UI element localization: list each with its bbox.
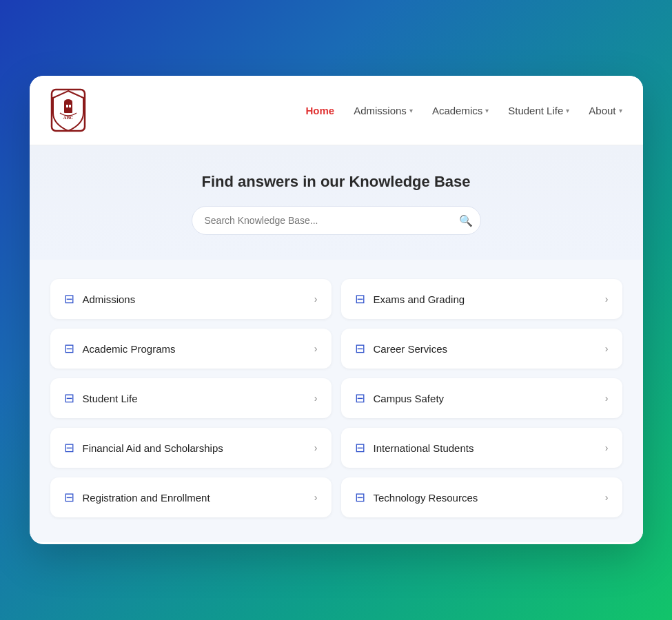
chevron-right-icon: › [605,393,609,404]
chevron-down-icon: ▾ [485,107,489,114]
navbar: ABC Home Admissions ▾ Academics ▾ [30,76,643,145]
category-campus-safety[interactable]: ⊟ Campus Safety › [341,378,622,418]
svg-rect-2 [66,105,68,107]
category-technology-resources[interactable]: ⊟ Technology Resources › [341,477,622,517]
search-button[interactable]: 🔍 [459,214,473,227]
category-financial-aid[interactable]: ⊟ Financial Aid and Scholarships › [50,428,332,468]
category-label: Student Life [83,393,138,404]
chevron-right-icon: › [314,442,318,453]
logo[interactable]: ABC [50,88,86,132]
category-exams-grading[interactable]: ⊟ Exams and Grading › [341,279,622,319]
nav-links: Home Admissions ▾ Academics ▾ Student Li… [305,105,622,116]
chevron-down-icon: ▾ [619,107,622,114]
folder-icon: ⊟ [355,440,365,455]
folder-icon: ⊟ [355,391,365,406]
main-card: ABC Home Admissions ▾ Academics ▾ [30,76,643,544]
hero-section: Find answers in our Knowledge Base 🔍 [30,145,643,260]
chevron-right-icon: › [314,393,318,404]
category-international-students[interactable]: ⊟ International Students › [341,428,622,468]
nav-link-academics[interactable]: Academics ▾ [432,105,489,116]
nav-link-home[interactable]: Home [305,105,334,116]
chevron-right-icon: › [314,343,318,354]
svg-point-4 [64,99,72,105]
chevron-right-icon: › [314,293,318,304]
category-label: Registration and Enrollment [83,492,210,504]
chevron-down-icon: ▾ [409,107,413,114]
categories-grid: ⊟ Admissions › ⊟ Exams and Grading › ⊟ A… [50,279,622,517]
category-academic-programs[interactable]: ⊟ Academic Programs › [50,329,332,369]
chevron-right-icon: › [605,343,609,354]
folder-icon: ⊟ [64,440,74,455]
chevron-right-icon: › [605,492,609,503]
chevron-right-icon: › [314,492,318,503]
category-label: Financial Aid and Scholarships [83,442,223,454]
category-label: Technology Resources [374,492,478,504]
chevron-down-icon: ▾ [566,107,569,114]
folder-icon: ⊟ [355,341,365,356]
search-input[interactable] [192,206,481,235]
folder-icon: ⊟ [64,291,74,307]
search-icon: 🔍 [459,215,473,227]
chevron-right-icon: › [605,442,609,453]
category-career-services[interactable]: ⊟ Career Services › [341,329,622,369]
nav-item-academics[interactable]: Academics ▾ [432,105,489,116]
category-registration[interactable]: ⊟ Registration and Enrollment › [50,477,332,517]
nav-link-admissions[interactable]: Admissions ▾ [354,105,413,116]
category-admissions[interactable]: ⊟ Admissions › [50,279,332,319]
folder-icon: ⊟ [355,291,365,307]
search-container: 🔍 [192,206,481,235]
category-label: Academic Programs [83,343,176,355]
category-label: Career Services [374,343,448,355]
folder-icon: ⊟ [64,341,74,356]
category-label: Campus Safety [374,393,445,404]
nav-item-about[interactable]: About ▾ [589,105,622,116]
category-label: International Students [374,442,474,454]
hero-title: Find answers in our Knowledge Base [50,173,622,191]
nav-item-admissions[interactable]: Admissions ▾ [354,105,413,116]
category-label: Admissions [83,293,136,305]
category-label: Exams and Grading [374,293,465,305]
nav-link-about[interactable]: About ▾ [589,105,622,116]
nav-item-student-life[interactable]: Student Life ▾ [508,105,569,116]
chevron-right-icon: › [605,293,609,304]
category-student-life[interactable]: ⊟ Student Life › [50,378,332,418]
folder-icon: ⊟ [64,391,74,406]
folder-icon: ⊟ [355,490,365,505]
categories-section: ⊟ Admissions › ⊟ Exams and Grading › ⊟ A… [30,260,643,542]
svg-rect-3 [69,105,71,107]
folder-icon: ⊟ [64,490,74,505]
nav-link-student-life[interactable]: Student Life ▾ [508,105,569,116]
nav-item-home[interactable]: Home [305,105,334,116]
